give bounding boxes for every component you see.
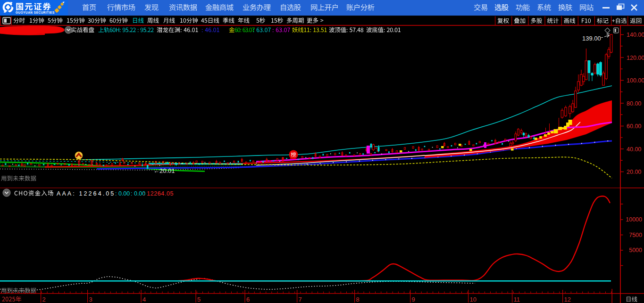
svg-text:9: 9	[412, 296, 415, 303]
svg-text:20.00: 20.00	[627, 169, 641, 175]
svg-text:6: 6	[246, 296, 250, 303]
svg-text:: 0.00: : 0.00	[115, 190, 130, 197]
svg-text:AAA: 12264.05: AAA: 12264.05	[57, 190, 115, 197]
svg-text:7500: 7500	[629, 232, 642, 238]
svg-text:12: 12	[564, 296, 571, 303]
svg-text:: 12264.05: : 12264.05	[143, 190, 174, 197]
svg-text:40.00: 40.00	[627, 146, 641, 153]
svg-text:3: 3	[89, 296, 92, 303]
svg-text:2: 2	[42, 296, 46, 303]
svg-text:139.00: 139.00	[582, 35, 601, 42]
svg-text:8: 8	[356, 296, 360, 303]
svg-text:10000: 10000	[626, 216, 642, 223]
svg-text:80.00: 80.00	[627, 100, 641, 107]
svg-text:5: 5	[197, 296, 201, 303]
svg-text:11: 11	[514, 296, 520, 303]
svg-text:←20.01: ←20.01	[153, 167, 175, 174]
svg-text:5000: 5000	[629, 247, 642, 254]
svg-text:10: 10	[470, 296, 477, 303]
svg-text:100.00: 100.00	[627, 77, 644, 84]
svg-text:7: 7	[299, 296, 302, 303]
svg-text:60.00: 60.00	[627, 123, 641, 130]
svg-text:4: 4	[142, 296, 146, 303]
svg-text:120.00: 120.00	[627, 55, 644, 61]
svg-text:140.00: 140.00	[627, 32, 644, 38]
svg-text:GUOYUAN SECURITIES: GUOYUAN SECURITIES	[16, 11, 55, 14]
